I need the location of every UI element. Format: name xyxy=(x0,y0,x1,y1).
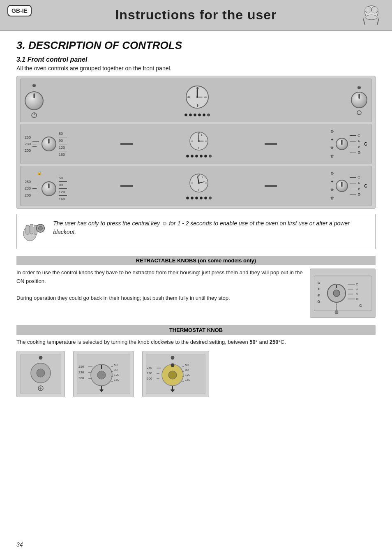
svg-text:10: 10 xyxy=(197,174,200,176)
thermostat-header: THERMOSTAT KNOB xyxy=(16,325,376,335)
thermostat-section: THERMOSTAT KNOB The cooking temperature … xyxy=(16,325,376,397)
thermo-svg-3: 250 230 200 50 90 120 xyxy=(146,354,205,394)
section-3-title: 3. DESCRIPTION OF CONTROLS xyxy=(16,39,376,52)
svg-line-5 xyxy=(377,19,379,25)
svg-text:120: 120 xyxy=(114,373,120,377)
notice-text: The user has only to press the central k… xyxy=(53,219,370,236)
svg-text:3: 3 xyxy=(204,95,205,98)
section-31-heading: 3.1 Front control panel xyxy=(16,56,376,63)
svg-text:∨: ∨ xyxy=(356,292,358,296)
svg-text:230: 230 xyxy=(147,371,152,375)
thermo-svg-2: 250 230 200 50 90 120 xyxy=(77,354,130,394)
svg-point-74 xyxy=(37,369,45,377)
svg-text:✿: ✿ xyxy=(317,299,321,303)
svg-text:⚙: ⚙ xyxy=(356,297,359,301)
thermo-svg-1 xyxy=(20,354,61,394)
retractable-diagram: ⚙ ✦ ❋ ✿ C ∧ ∨ ⚙ xyxy=(310,269,376,318)
svg-point-108 xyxy=(168,371,177,379)
oven-row-top: 12 3 6 9 xyxy=(20,79,372,122)
thermostat-text: The cooking temperature is selected by t… xyxy=(16,338,376,347)
indicator-icon xyxy=(31,112,37,118)
svg-text:⚙: ⚙ xyxy=(317,281,321,285)
svg-point-7 xyxy=(34,84,35,85)
thermostat-diagrams: 250 230 200 50 90 120 xyxy=(16,351,376,397)
svg-rect-46 xyxy=(26,225,29,234)
svg-text:C: C xyxy=(356,283,358,286)
retractable-header: RETRACTABLE KNOBS (on some models only) xyxy=(16,256,376,265)
knob-right-middle xyxy=(336,138,348,150)
knob-right-bottom xyxy=(336,180,348,192)
svg-point-1 xyxy=(365,7,371,13)
knob-top-icon xyxy=(32,83,37,88)
oven-panels-diagram: 12 3 6 9 xyxy=(16,76,376,209)
svg-text:❋: ❋ xyxy=(317,293,321,297)
svg-text:50: 50 xyxy=(114,363,118,367)
svg-rect-47 xyxy=(30,224,33,234)
svg-point-99 xyxy=(171,356,174,359)
thermo-diagram-3: 250 230 200 50 90 120 xyxy=(142,351,209,397)
svg-point-107 xyxy=(171,364,174,367)
svg-text:12: 12 xyxy=(196,86,199,89)
retractable-content: In order to use the control knobs they h… xyxy=(16,269,376,318)
clock-middle: 11 1 xyxy=(189,131,209,151)
svg-text:160: 160 xyxy=(114,378,120,382)
svg-point-86 xyxy=(97,371,106,379)
knob-top-right-icon xyxy=(357,85,362,90)
svg-text:250: 250 xyxy=(147,366,152,370)
knob-left-middle xyxy=(42,137,56,151)
svg-point-72 xyxy=(39,356,42,359)
svg-point-23 xyxy=(359,86,360,87)
bar-indicator-bottom-left xyxy=(120,185,133,187)
thermo-diagram-1 xyxy=(16,351,65,397)
svg-text:✦: ✦ xyxy=(317,287,321,291)
bar-indicator-middle-right xyxy=(265,143,277,145)
dots-row-top xyxy=(184,114,210,116)
clock-top: 12 3 6 9 xyxy=(185,85,210,109)
knob-left-top xyxy=(25,91,44,110)
svg-point-58 xyxy=(333,290,340,297)
svg-text:230: 230 xyxy=(78,371,84,374)
oven-row-middle: 250 230 200 50 90 120 160 xyxy=(20,124,372,164)
svg-point-24 xyxy=(357,111,361,115)
svg-line-4 xyxy=(363,19,365,25)
svg-point-70 xyxy=(335,310,338,314)
retractable-section: RETRACTABLE KNOBS (on some models only) … xyxy=(16,256,376,318)
hand-key-icon xyxy=(22,219,48,244)
svg-text:50: 50 xyxy=(185,363,189,367)
indicator-bottom-icon xyxy=(356,110,362,116)
retractable-text: In order to use the control knobs they h… xyxy=(16,269,303,303)
svg-text:∧: ∧ xyxy=(356,287,358,291)
gb-ie-badge: GB-IE xyxy=(7,5,32,16)
notice-box: The user has only to press the central k… xyxy=(16,214,376,249)
svg-text:90: 90 xyxy=(185,368,189,372)
svg-text:160: 160 xyxy=(185,378,191,382)
section-31-text: All the oven controls are grouped togeth… xyxy=(16,65,376,72)
header-title: Instructions for the user xyxy=(115,7,277,23)
thermo-diagram-2: 250 230 200 50 90 120 xyxy=(73,351,134,397)
knob-right-top xyxy=(351,92,367,108)
dots-row-bottom xyxy=(186,197,212,199)
svg-text:G: G xyxy=(359,303,362,308)
retractable-svg: ⚙ ✦ ❋ ✿ C ∧ ∨ ⚙ xyxy=(314,272,371,315)
svg-text:9: 9 xyxy=(188,95,190,98)
svg-text:200: 200 xyxy=(147,377,152,380)
bar-indicator-bottom-right xyxy=(265,185,277,187)
knob-left-bottom xyxy=(42,181,56,196)
svg-text:250: 250 xyxy=(78,365,84,368)
svg-text:120: 120 xyxy=(185,373,191,377)
page-number: 34 xyxy=(16,541,23,548)
dots-row-middle xyxy=(186,155,212,158)
clock-bottom: 10 2 xyxy=(189,173,209,193)
oven-row-bottom: 🔒 250 230 200 50 xyxy=(20,166,372,206)
svg-point-2 xyxy=(371,7,378,13)
svg-point-3 xyxy=(366,15,377,20)
chef-icon xyxy=(359,4,384,27)
main-content: 3. DESCRIPTION OF CONTROLS 3.1 Front con… xyxy=(0,31,392,413)
svg-text:90: 90 xyxy=(114,368,118,372)
page-header: GB-IE Instructions for the user xyxy=(0,0,392,31)
svg-text:200: 200 xyxy=(78,376,84,380)
bar-indicator-middle-left xyxy=(120,143,133,145)
svg-text:11: 11 xyxy=(198,132,201,134)
svg-text:6: 6 xyxy=(197,104,198,107)
svg-point-50 xyxy=(38,226,42,230)
